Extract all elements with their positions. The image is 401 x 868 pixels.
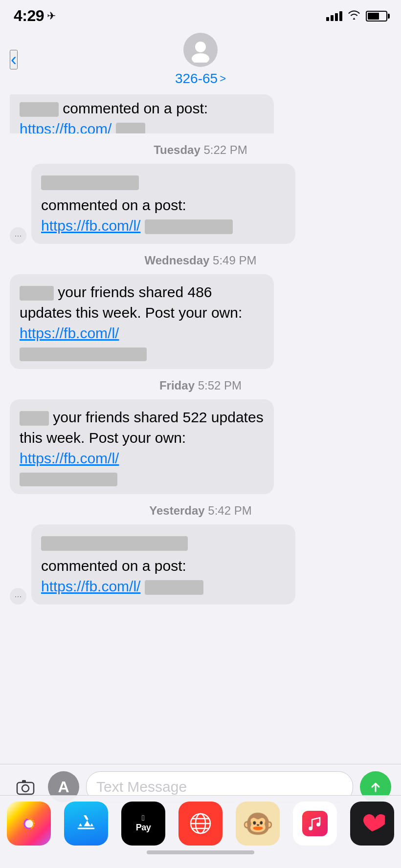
message-bubble-3: your friends shared 486 updates this wee… <box>10 274 274 369</box>
timestamp-tuesday: Tuesday 5:22 PM <box>10 143 391 157</box>
status-icons <box>326 9 387 23</box>
dock-app-heart[interactable] <box>350 802 394 846</box>
svg-point-11 <box>25 820 33 827</box>
blurred-line-3 <box>20 347 147 361</box>
timestamp-yesterday: Yesterday 5:42 PM <box>10 504 391 518</box>
timestamp-wednesday: Wednesday 5:49 PM <box>10 254 391 267</box>
blurred-prefix-4 <box>20 411 49 426</box>
dock-app-appstore[interactable] <box>64 802 108 846</box>
text-message-placeholder: Text Message <box>96 779 187 795</box>
message-row-2: ··· commented on a post: https://fb.com/… <box>10 164 391 244</box>
back-button[interactable]: ‹ <box>10 50 18 69</box>
avatar <box>183 33 218 67</box>
blurred-header-2 <box>41 175 139 190</box>
svg-point-3 <box>22 785 29 792</box>
blurred-suffix-2 <box>145 219 233 234</box>
blurred-suffix <box>116 123 145 133</box>
message-link-2[interactable]: https://fb.com/l/ <box>41 217 140 234</box>
message-row-4: your friends shared 522 updates this wee… <box>10 399 391 494</box>
message-link-4[interactable]: https://fb.com/l/ <box>20 450 119 466</box>
blurred-suffix-5 <box>145 580 203 595</box>
dock-app-monkey[interactable]: 🐵 <box>236 802 280 846</box>
signal-bar-3 <box>335 13 338 21</box>
signal-bar-2 <box>331 15 334 21</box>
message-bubble-2: commented on a post: https://fb.com/l/ <box>31 164 295 244</box>
message-text-5: commented on a post: <box>41 558 186 574</box>
svg-rect-4 <box>22 780 26 783</box>
svg-point-15 <box>309 826 312 830</box>
message-text-4: your friends shared 522 updates this wee… <box>20 409 264 446</box>
dock-apps:  Pay 🐵 <box>7 802 394 846</box>
dock-app-applepay[interactable]:  Pay <box>121 802 165 846</box>
dock-app-music[interactable] <box>293 802 337 846</box>
blurred-header-5 <box>41 536 188 551</box>
message-link-5[interactable]: https://fb.com/l/ <box>41 578 140 594</box>
timestamp-friday: Friday 5:52 PM <box>10 379 391 392</box>
battery-fill <box>368 13 379 20</box>
battery-icon <box>366 11 387 22</box>
signal-bars <box>326 11 342 21</box>
svg-point-0 <box>195 42 206 52</box>
contact-number[interactable]: 326-65 > <box>175 71 226 87</box>
dock-app-photos[interactable] <box>7 802 51 846</box>
contact-chevron-icon: > <box>220 72 226 85</box>
message-row-5: ··· commented on a post: https://fb.com/… <box>10 524 391 605</box>
blurred-prefix-3 <box>20 286 54 301</box>
wifi-icon <box>347 9 361 23</box>
svg-rect-14 <box>302 811 328 836</box>
message-bubble-4: your friends shared 522 updates this wee… <box>10 399 274 494</box>
message-text-2: commented on a post: <box>41 197 186 213</box>
location-icon: ✈ <box>47 10 56 22</box>
status-bar: 4:29 ✈ <box>0 0 401 29</box>
signal-bar-4 <box>339 11 342 21</box>
partial-message-top: commented on a post: https://fb.com/ <box>10 94 391 133</box>
signal-bar-1 <box>326 17 329 21</box>
message-link-3[interactable]: https://fb.com/l/ <box>20 325 119 341</box>
typing-indicator-5: ··· <box>10 588 26 605</box>
dock-app-browser[interactable] <box>178 802 223 846</box>
messages-area: commented on a post: https://fb.com/ Tue… <box>0 94 401 705</box>
message-bubble-5: commented on a post: https://fb.com/l/ <box>31 524 295 605</box>
home-indicator <box>147 850 254 854</box>
message-row-3: your friends shared 486 updates this wee… <box>10 274 391 369</box>
svg-point-16 <box>316 823 320 826</box>
message-text: commented on a post: <box>63 100 208 116</box>
dock:  Pay 🐵 <box>0 795 401 868</box>
message-link[interactable]: https://fb.com/ <box>20 121 111 133</box>
contact-info[interactable]: 326-65 > <box>175 33 226 87</box>
blurred-line-4 <box>20 473 117 486</box>
status-time: 4:29 <box>14 7 44 25</box>
svg-rect-2 <box>17 782 34 794</box>
blurred-name <box>20 102 59 117</box>
message-bubble: commented on a post: https://fb.com/ <box>10 94 274 133</box>
typing-indicator-2: ··· <box>10 227 26 244</box>
svg-point-1 <box>192 53 209 63</box>
nav-bar: ‹ 326-65 > <box>0 29 401 94</box>
